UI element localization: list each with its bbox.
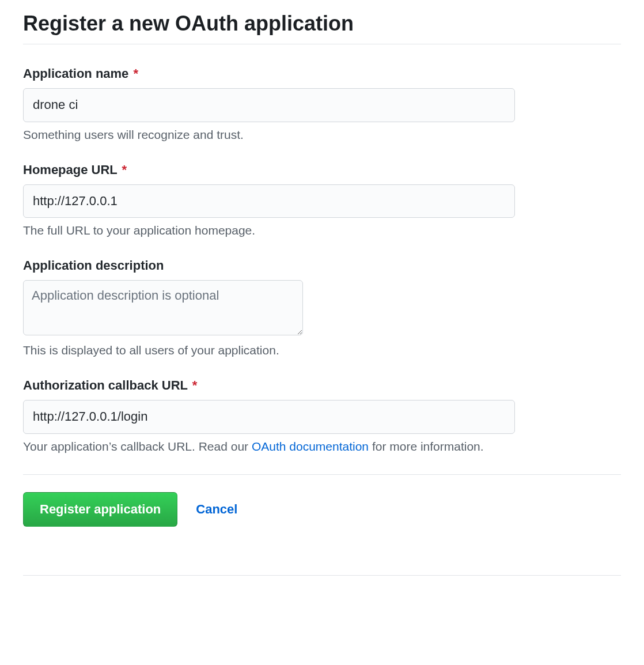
homepage-url-group: Homepage URL * The full URL to your appl… (23, 163, 621, 238)
homepage-url-hint: The full URL to your application homepag… (23, 224, 621, 237)
description-hint: This is displayed to all users of your a… (23, 343, 621, 357)
description-label: Application description (23, 258, 621, 273)
required-asterisk-icon: * (133, 66, 138, 81)
form-actions: Register application Cancel (23, 474, 621, 527)
callback-url-label-text: Authorization callback URL (23, 378, 188, 392)
callback-url-label: Authorization callback URL * (23, 378, 621, 393)
app-name-input[interactable] (23, 88, 515, 122)
oauth-registration-form: Application name * Something users will … (23, 66, 621, 527)
required-asterisk-icon: * (122, 163, 127, 177)
callback-url-group: Authorization callback URL * Your applic… (23, 378, 621, 454)
oauth-docs-link[interactable]: OAuth documentation (252, 440, 369, 453)
callback-url-hint: Your application’s callback URL. Read ou… (23, 440, 621, 454)
required-asterisk-icon: * (192, 378, 198, 392)
callback-url-hint-suffix: for more information. (369, 440, 484, 453)
description-textarea[interactable] (23, 280, 303, 335)
callback-url-hint-prefix: Your application’s callback URL. Read ou… (23, 440, 252, 453)
app-name-label: Application name * (23, 66, 621, 81)
homepage-url-label: Homepage URL * (23, 163, 621, 177)
app-name-hint: Something users will recognize and trust… (23, 128, 621, 142)
description-group: Application description This is displaye… (23, 258, 621, 357)
cancel-link[interactable]: Cancel (196, 502, 237, 517)
page-title: Register a new OAuth application (23, 12, 621, 44)
homepage-url-label-text: Homepage URL (23, 163, 117, 177)
description-label-text: Application description (23, 258, 164, 273)
page-footer-divider (23, 575, 621, 576)
app-name-label-text: Application name (23, 66, 128, 81)
homepage-url-input[interactable] (23, 184, 515, 218)
register-application-button[interactable]: Register application (23, 492, 177, 527)
callback-url-input[interactable] (23, 400, 515, 434)
app-name-group: Application name * Something users will … (23, 66, 621, 142)
